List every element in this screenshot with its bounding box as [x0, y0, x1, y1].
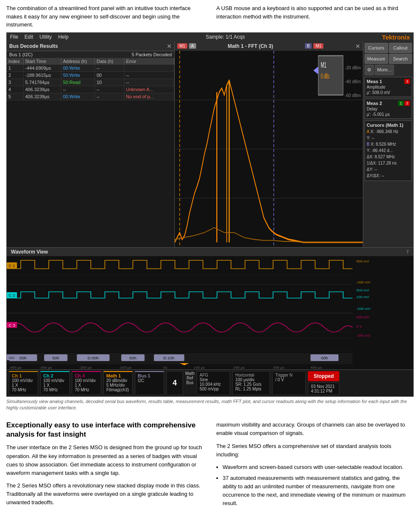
svg-text:D:10h: D:10h	[163, 356, 175, 360]
math-block[interactable]: Math 1 20 dBm/div 5 MHz/div Fttmag(ch3)	[103, 371, 133, 395]
horiz-val2: SR: 1.25 Gs/s	[235, 382, 267, 387]
fft-label-1: -20 dBm	[345, 65, 361, 70]
ch3-name: Ch 3	[75, 373, 98, 378]
ch1-val1: 100 mV/div	[12, 378, 35, 383]
cell-start: 406.3239µs	[24, 86, 61, 93]
ch2-block[interactable]: Ch 2 100 mV/div 1 X 70 MHz	[40, 371, 70, 395]
svg-text:50h: 50h	[52, 356, 59, 360]
trigger-block[interactable]: Trigger N / 0 V	[272, 371, 306, 395]
cursor-a-label: A X: -966.348 Hz	[367, 128, 410, 135]
horizontal-block[interactable]: Horizontal 100 µs/div SR: 1.25 Gs/s RL: …	[232, 371, 270, 395]
more-button[interactable]: More...	[375, 65, 394, 75]
menu-edit[interactable]: Edit	[24, 34, 33, 40]
meas1-value: µ': 508.0 mV	[367, 90, 410, 95]
horiz-val1: 100 µs/div	[235, 377, 267, 382]
cursors-math1-box: Cursors (Math 1) A X: -966.348 Hz Y: -- …	[365, 120, 412, 181]
section-heading: Exceptionally easy to use interface with…	[6, 421, 204, 439]
ch2-val2: 1 X	[43, 383, 67, 388]
meas1-badge: 3	[404, 79, 410, 84]
svg-text:-200 mV: -200 mV	[356, 280, 370, 284]
cursor-a-x: X: -966.348 Hz	[370, 129, 399, 134]
mrb-ref[interactable]: Ref	[186, 376, 193, 380]
bullet-item: Waveform and screen-based cursors with u…	[223, 463, 414, 471]
svg-text:400 µs: 400 µs	[310, 365, 322, 369]
menu-help[interactable]: Help	[58, 34, 68, 40]
svg-text:00h: 00h	[321, 356, 328, 360]
badge-m1-right: M1	[313, 43, 323, 49]
stopped-button[interactable]: Stopped	[308, 371, 339, 381]
bus-packets: 5 Packets Decoded	[132, 52, 172, 57]
badge-b: B	[305, 43, 312, 49]
right-para2: The 2 Series MSO offers a comprehensive …	[216, 442, 414, 459]
fft-header: M1 A Math 1 - FFT (Ch 3) B M1 ✕	[175, 42, 363, 51]
afg-block[interactable]: AFG Sine 10.004 kHz 500 mVpp	[197, 371, 230, 395]
svg-text:00h: 00h	[20, 356, 27, 360]
math-ref-bus: Math Ref Bus	[185, 371, 194, 395]
cursors-button[interactable]: Cursors	[365, 43, 388, 53]
cursor-b-icon: B	[367, 142, 370, 147]
cell-error: --	[124, 72, 174, 79]
bus-block[interactable]: Bus 1 I2C	[135, 371, 164, 395]
search-button[interactable]: Search	[389, 54, 412, 64]
table-row: 2 -188.9615µs 50:Write 00 --	[7, 72, 174, 79]
meas1-title: Meas 1	[367, 79, 382, 84]
cell-error	[124, 65, 174, 71]
svg-text:D:00h: D:00h	[87, 356, 99, 360]
waveform-title: Waveform View	[11, 249, 48, 255]
ch3-block[interactable]: Ch 3 100 mV/div 1 X 70 MHz	[72, 371, 101, 395]
cell-index: 3	[7, 79, 24, 86]
svg-text:I2C: I2C	[9, 356, 15, 359]
menu-file[interactable]: File	[10, 34, 18, 40]
meas2-badge2: 3	[404, 101, 410, 106]
fft-badges-right: B M1	[305, 43, 324, 49]
cursors-math1-title: Cursors (Math 1)	[367, 123, 410, 128]
cursor-a-y: Y: --	[367, 135, 410, 141]
sidebar-top-row: Cursors Callout	[365, 43, 412, 53]
bus-decode-close[interactable]: ✕	[167, 43, 172, 50]
callout-button[interactable]: Callout	[389, 43, 412, 53]
svg-text:200 µs: 200 µs	[234, 365, 245, 369]
cell-address: 00:Write	[61, 65, 95, 71]
right-para1: maximum visibility and accuracy. Groups …	[216, 421, 414, 437]
meas2-box[interactable]: Meas 2 1 3 Delay µ': -5.001 µs	[365, 99, 412, 119]
ch1-val3: 70 MHz	[12, 388, 35, 392]
svg-text:-200 µs: -200 µs	[79, 365, 92, 369]
menu-utility[interactable]: Utility	[39, 34, 52, 40]
horiz-title: Horizontal	[235, 373, 267, 377]
afg-val2: 10.004 kHz	[200, 382, 227, 387]
cell-address: 50:Read	[61, 79, 95, 86]
osc-main-area: Bus Decode Results ✕ Bus 1 (I2C) 5 Packe…	[7, 42, 413, 247]
center-block[interactable]: 4	[166, 371, 183, 395]
table-body: 1 -444.6909µs 00:Write -- 2 -188.9615µs …	[7, 65, 174, 247]
bottom-para2: The 2 Series MSO offers a revolutionary …	[6, 482, 204, 507]
cell-index: 5	[7, 93, 24, 100]
meas1-box[interactable]: Meas 1 3 Amplitude µ': 508.0 mV	[365, 77, 412, 97]
osc-caption: Simultaneously view analog channels, dec…	[6, 398, 414, 411]
math-val3: Fttmag(ch3)	[106, 388, 130, 392]
fft-close[interactable]: ✕	[355, 43, 360, 50]
fft-badges: M1 A	[177, 43, 196, 49]
svg-text:0 dBc: 0 dBc	[321, 72, 330, 80]
cursor-dyx: ΔY/ΔX: --	[367, 173, 410, 179]
sidebar-mid-row: Measure Search	[365, 54, 412, 64]
svg-text:-300 µs: -300 µs	[39, 365, 52, 369]
mrb-bus[interactable]: Bus	[186, 380, 194, 385]
settings-icon-button[interactable]: ⚙	[365, 65, 374, 75]
svg-text:300 µs: 300 µs	[273, 365, 284, 369]
measure-button[interactable]: Measure	[365, 54, 388, 64]
ch1-block[interactable]: Ch 1 100 mV/div 1 X 70 MHz	[9, 371, 38, 395]
waveform-header: Waveform View T	[7, 248, 413, 256]
svg-text:-400 µs: -400 µs	[9, 365, 22, 369]
ch1-name: Ch 1	[12, 373, 35, 378]
mrb-math[interactable]: Math	[185, 371, 194, 376]
col-start: Start Time	[24, 58, 61, 65]
fft-plot: M1 0 dBc -20 dBm -40 dBm -60 dBm	[175, 51, 363, 247]
menu-items: File Edit Utility Help	[10, 34, 68, 40]
time-value: 4:31:12 PM	[311, 389, 336, 393]
ch3-val2: 1 X	[75, 383, 98, 388]
svg-text:C 2: C 2	[8, 293, 15, 297]
horiz-val3: RL: 1.25 Mpts	[235, 387, 267, 391]
trigger-indicator: T	[406, 249, 409, 254]
ch1-val2: 1 X	[12, 383, 35, 388]
fft-label-2: -40 dBm	[345, 79, 361, 84]
